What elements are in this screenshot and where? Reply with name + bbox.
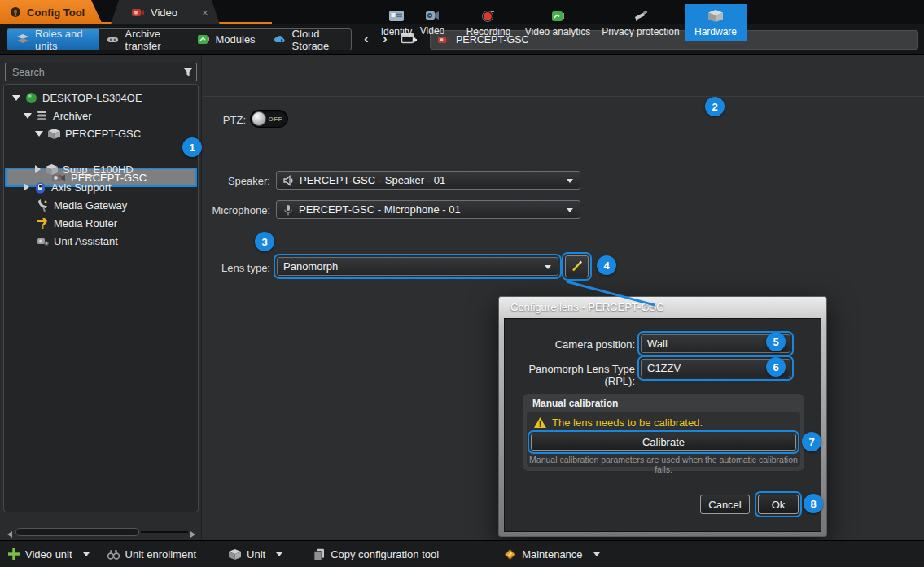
- tab-roles-and-units[interactable]: Roles and units: [7, 29, 99, 50]
- horizontal-scrollbar-track[interactable]: [141, 531, 188, 533]
- tree-item-archiver[interactable]: Archiver: [24, 107, 92, 124]
- warning-icon: [534, 417, 546, 428]
- ptz-toggle[interactable]: OFF: [250, 110, 288, 128]
- tree-item-server[interactable]: DESKTOP-LS304OE: [12, 89, 142, 107]
- lens-type-dropdown[interactable]: Panomorph: [277, 257, 558, 276]
- video-analytics-icon: [551, 10, 564, 22]
- binoculars-icon: [107, 549, 120, 560]
- microphone-dropdown[interactable]: PERCEPT-GSC - Microphone - 01: [276, 200, 580, 219]
- unit-button[interactable]: Unit: [229, 548, 282, 560]
- identity-icon: [388, 10, 405, 22]
- config-tool-label: Config Tool: [27, 7, 85, 19]
- tree-item-unit[interactable]: PERCEPT-GSC: [35, 124, 141, 142]
- cancel-button[interactable]: Cancel: [700, 495, 750, 514]
- horizontal-scrollbar-thumb[interactable]: [15, 528, 139, 536]
- maintenance-button[interactable]: Maintenance: [504, 548, 599, 560]
- config-tool-home-button[interactable]: Config Tool: [0, 0, 103, 24]
- lens-type-value: Panomorph: [283, 260, 338, 273]
- config-tool-window: Config Tool Video × Roles and units Arch: [0, 0, 924, 567]
- task-tab-group: Roles and units Archive transfer Modules…: [7, 28, 352, 50]
- maintenance-icon: [504, 548, 516, 560]
- calibration-warning-text: The lens needs to be calibrated.: [552, 417, 703, 429]
- filter-funnel-icon[interactable]: [182, 67, 194, 80]
- step-6-badge: 6: [766, 357, 786, 377]
- manual-calibration-body: The lens needs to be calibrated. Calibra…: [527, 412, 800, 467]
- tab-video[interactable]: Video: [406, 4, 458, 41]
- tree-item-media-gateway[interactable]: Media Gateway: [37, 196, 127, 214]
- tab-label: Roles and units: [35, 28, 90, 50]
- manual-calibration-group: Manual calibration The lens needs to be …: [523, 394, 804, 471]
- tab-recording[interactable]: Recording: [458, 4, 519, 41]
- step-2-badge: 2: [705, 97, 725, 116]
- copy-configuration-tool-label: Copy configuration tool: [331, 548, 439, 560]
- tab-video-analytics[interactable]: Video analytics: [521, 4, 594, 41]
- step-4-badge: 4: [597, 255, 616, 275]
- pencil-icon: [571, 260, 583, 273]
- chevron-down-icon: [545, 265, 551, 269]
- expander-icon[interactable]: [24, 183, 29, 191]
- unit-cube-icon: [229, 549, 241, 560]
- tab-label: Hardware: [694, 26, 737, 37]
- expander-icon[interactable]: [12, 95, 20, 101]
- speaker-dropdown[interactable]: PERCEPT-GSC - Speaker - 01: [276, 171, 580, 190]
- tab-label: Archive transfer: [125, 28, 181, 50]
- tree-item-label: Media Gateway: [54, 199, 127, 212]
- step-8-badge: 8: [804, 494, 823, 513]
- add-icon: [8, 548, 20, 560]
- speaker-value: PERCEPT-GSC - Speaker - 01: [300, 174, 445, 186]
- task-tab-label: Video: [151, 7, 177, 19]
- copy-configuration-tool-button[interactable]: Copy configuration tool: [313, 548, 439, 560]
- task-tab-video[interactable]: Video ×: [111, 0, 220, 24]
- search-input[interactable]: [5, 63, 197, 81]
- chevron-down-icon[interactable]: [276, 552, 282, 556]
- camera-position-value: Wall: [647, 338, 668, 350]
- tree-item-label: Media Router: [54, 217, 117, 229]
- tab-label: Modules: [215, 33, 255, 46]
- privacy-protection-icon: [633, 10, 648, 22]
- unit-enrollment-button[interactable]: Unit enrollment: [107, 548, 196, 560]
- tab-strip-divider: [203, 96, 924, 97]
- copy-icon: [313, 548, 325, 560]
- lens-rpl-value: C1ZZV: [647, 362, 681, 374]
- tab-label: Recording: [466, 26, 511, 37]
- step-1-badge: 1: [182, 137, 202, 157]
- calibrate-button[interactable]: Calibrate: [531, 434, 796, 451]
- ok-button[interactable]: Ok: [758, 495, 799, 514]
- calibration-warning: The lens needs to be calibrated.: [534, 417, 703, 429]
- step-3-badge: 3: [255, 232, 274, 251]
- bottom-toolbar: Video unit Unit enrollment Unit Copy con…: [0, 540, 924, 567]
- archive-transfer-icon: [107, 36, 120, 43]
- edit-lens-button[interactable]: [565, 255, 589, 277]
- unit-assistant-icon: [37, 236, 49, 246]
- lens-rpl-label: Panomorph Lens Type (RPL):: [505, 363, 635, 387]
- tree-item-axis-support[interactable]: Axis Support: [24, 178, 112, 196]
- axis-support-icon: [34, 181, 46, 194]
- archiver-icon: [37, 110, 48, 121]
- tree-item-label: DESKTOP-LS304OE: [42, 92, 142, 104]
- unit-box-icon: [48, 129, 60, 139]
- expander-icon[interactable]: [24, 113, 32, 119]
- scroll-left-arrow[interactable]: [7, 531, 12, 538]
- chevron-down-icon[interactable]: [83, 552, 90, 556]
- tab-cloud-storage[interactable]: Cloud Storage: [265, 29, 351, 50]
- chevron-down-icon: [567, 179, 573, 183]
- unit-box-icon: [46, 164, 58, 175]
- tree-item-label: Supp_E100HD: [63, 164, 134, 176]
- tree-item-unit-assistant[interactable]: Unit Assistant: [37, 232, 118, 250]
- scroll-right-arrow[interactable]: [190, 531, 195, 538]
- tree-item-media-router[interactable]: Media Router: [37, 214, 117, 232]
- tree-item-supp-unit[interactable]: Supp_E100HD: [35, 160, 134, 178]
- expander-icon[interactable]: [35, 131, 43, 137]
- tab-hardware[interactable]: Hardware: [685, 4, 747, 41]
- tab-modules[interactable]: Modules: [189, 29, 264, 50]
- video-unit-button[interactable]: Video unit: [8, 548, 90, 560]
- chevron-down-icon[interactable]: [593, 552, 600, 556]
- video-task-icon: [132, 8, 144, 17]
- expander-icon[interactable]: [35, 165, 41, 173]
- ptz-label: PTZ:: [195, 114, 246, 126]
- tab-archive-transfer[interactable]: Archive transfer: [99, 29, 190, 50]
- lens-type-label: Lens type:: [171, 262, 270, 274]
- tab-privacy-protection[interactable]: Privacy protection: [598, 4, 683, 41]
- close-tab-icon[interactable]: ×: [202, 7, 208, 19]
- media-gateway-icon: [37, 199, 49, 212]
